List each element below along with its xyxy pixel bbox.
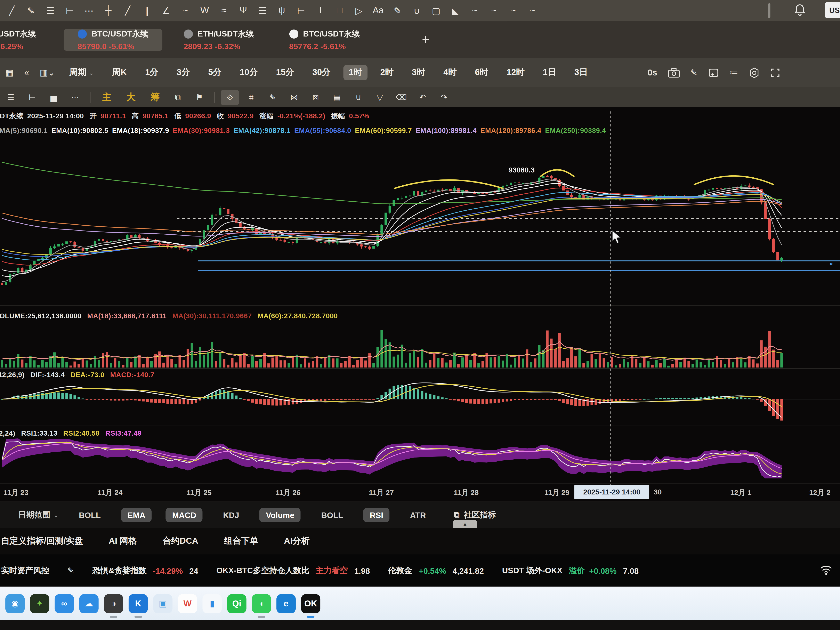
indicator-chip-rsi-6[interactable]: RSI — [363, 508, 390, 522]
timeframe-week[interactable]: 周K — [107, 65, 132, 81]
indicator-chip-volume-4[interactable]: Volume — [259, 508, 301, 522]
function-item-4[interactable]: AI分析 — [284, 535, 309, 547]
indicator-chip-macd-2[interactable]: MACD — [166, 508, 203, 522]
pitchfork2-icon[interactable]: ψ — [272, 2, 291, 19]
panel-grid-icon[interactable]: ▦ — [5, 68, 14, 78]
elliott-wave-3-icon[interactable]: ~ — [504, 2, 523, 19]
arc-tool-icon[interactable]: ∪ — [407, 2, 426, 19]
trash-icon[interactable]: ⌫ — [392, 90, 411, 105]
edit-icon[interactable]: ✎ — [690, 68, 698, 78]
wps-app-icon[interactable]: W — [178, 594, 197, 613]
lock-icon[interactable]: ⊠ — [306, 90, 325, 105]
horizontal-ray-icon[interactable]: ⊢ — [60, 2, 79, 19]
flag-icon[interactable]: ⚑ — [190, 90, 208, 105]
bars-icon[interactable]: ▅ — [44, 90, 63, 105]
ruler-icon[interactable]: ⌗ — [242, 90, 261, 105]
period-selector[interactable]: 周期 ⌄ — [64, 65, 99, 81]
note-icon[interactable]: ▤ — [328, 90, 346, 105]
fib-lines-icon[interactable]: ☰ — [253, 2, 272, 19]
toolbar-scrollbar[interactable] — [768, 3, 770, 18]
currency-selector[interactable]: USD — [825, 2, 840, 18]
risk-control-link[interactable]: 实时资产风控 — [1, 565, 49, 576]
collapse-panel-handle[interactable]: ▲ — [453, 520, 477, 528]
function-item-2[interactable]: 合约DCA — [163, 535, 198, 547]
symbol-tab-1[interactable]: ETH/USDT永续2809.23 -6.32% — [170, 29, 268, 51]
function-item-3[interactable]: 组合下单 — [224, 535, 258, 547]
symbol-tab-2[interactable]: BTC/USDT永续85776.2 -5.61% — [275, 29, 374, 51]
timeframe-3分[interactable]: 3分 — [171, 65, 195, 81]
rectangle-tool-icon[interactable]: □ — [330, 2, 349, 19]
filter-icon[interactable]: ▽ — [371, 90, 389, 105]
tab-partial-left[interactable]: USDT永续 -6.25% — [0, 21, 50, 58]
list-icon[interactable]: ≔ — [729, 68, 738, 78]
magnet-icon[interactable]: ∪ — [349, 90, 368, 105]
layer-main[interactable]: 主 — [102, 91, 111, 103]
bookmark-icon[interactable]: ⟐ — [221, 90, 239, 105]
triangle-tool-icon[interactable]: ◣ — [446, 2, 465, 19]
fullscreen-icon[interactable] — [770, 68, 780, 77]
function-item-1[interactable]: AI 网格 — [109, 535, 137, 547]
layer-chips[interactable]: 筹 — [150, 91, 159, 103]
wave-tool-icon[interactable]: ~ — [176, 2, 195, 19]
timeframe-5分[interactable]: 5分 — [203, 65, 227, 81]
cross-line-icon[interactable]: ┼ — [99, 2, 118, 19]
indicator-chip-boll-5[interactable]: BOLL — [315, 508, 349, 522]
chart-style-icon[interactable]: ▥⌄ — [39, 68, 55, 78]
fear-greed-label[interactable]: 恐惧&贪婪指数 — [93, 565, 147, 576]
parallel-channel-icon[interactable]: ∥ — [137, 2, 156, 19]
timeframe-1时[interactable]: 1时 — [343, 65, 367, 81]
indicator-chip-ema-1[interactable]: EMA — [121, 508, 152, 522]
edge-app-icon[interactable]: e — [276, 594, 296, 613]
indicator-chip-boll-0[interactable]: BOLL — [73, 508, 107, 522]
text-cursor-icon[interactable]: I — [311, 2, 330, 19]
cloud-app-icon[interactable]: ☁ — [79, 594, 99, 613]
time-axis[interactable]: 11月 2311月 2411月 2511月 2611月 2711月 2811月 … — [0, 484, 840, 501]
text-tool-icon[interactable]: Aa — [368, 2, 388, 19]
flag-tool-icon[interactable]: ▷ — [349, 2, 368, 19]
timeframe-12时[interactable]: 12时 — [501, 65, 530, 81]
timeframe-1日[interactable]: 1日 — [537, 65, 562, 81]
timeframe-30分[interactable]: 30分 — [307, 65, 336, 81]
double-top-pattern-icon[interactable]: W — [195, 2, 214, 19]
wechat-app-icon[interactable]: ◖ — [252, 594, 271, 613]
pitchfork-icon[interactable]: Ψ — [234, 2, 253, 19]
angle-tool-icon[interactable]: ∠ — [156, 2, 176, 19]
notification-bell-icon[interactable] — [794, 4, 805, 19]
timeframe-1分[interactable]: 1分 — [140, 65, 164, 81]
london-gold-label[interactable]: 伦敦金 — [388, 565, 412, 576]
menu-icon[interactable]: ☰ — [2, 90, 20, 105]
chart-area[interactable]: «93080.3 BTC/USDT永续2025-11-29 14:00 开907… — [0, 107, 840, 501]
menu-icon[interactable]: ☰ — [41, 2, 60, 19]
iqiyi-app-icon[interactable]: Qi — [227, 594, 246, 613]
compare-icon[interactable]: ⋈ — [285, 90, 303, 105]
docs-app-icon[interactable]: ▮ — [202, 594, 222, 613]
trend-line-icon[interactable]: ╱ — [2, 2, 21, 19]
elliott-wave-4-icon[interactable]: ~ — [523, 2, 542, 19]
settings-gear-icon[interactable] — [749, 67, 759, 78]
brush-tool-icon[interactable]: ✎ — [388, 2, 407, 19]
timeframe-2时[interactable]: 2时 — [375, 65, 399, 81]
replay-speed[interactable]: 0s — [647, 68, 657, 77]
undo-icon[interactable]: ↶ — [414, 90, 432, 105]
timeframe-4时[interactable]: 4时 — [438, 65, 462, 81]
timeframe-3时[interactable]: 3时 — [406, 65, 431, 81]
photos-app-icon[interactable]: ▣ — [153, 594, 172, 613]
community-indicators-button[interactable]: ⧉ 社区指标 — [454, 510, 496, 520]
camera-icon[interactable] — [668, 68, 679, 77]
camera-app-icon[interactable]: ◉ — [5, 594, 25, 613]
more-icon[interactable]: ⋯ — [66, 90, 84, 105]
date-range-selector[interactable]: 日期范围⌄ — [18, 510, 58, 520]
function-item-0[interactable]: 自定义指标/回测/实盘 — [1, 535, 83, 547]
rewind-icon[interactable]: « — [24, 68, 29, 77]
more-dots-icon[interactable]: ⋯ — [79, 2, 99, 19]
zigzag-pattern-icon[interactable]: ≈ — [214, 2, 234, 19]
pen-icon[interactable]: ✎ — [68, 566, 74, 575]
add-tab-button[interactable]: + — [422, 32, 429, 47]
elliott-wave-1-icon[interactable]: ~ — [465, 2, 484, 19]
add-pane-icon[interactable] — [708, 68, 719, 77]
redo-icon[interactable]: ↷ — [435, 90, 453, 105]
timeframe-10分[interactable]: 10分 — [234, 65, 263, 81]
quark-app-icon[interactable]: ✦ — [30, 594, 49, 613]
kuaishou-app-icon[interactable]: K — [129, 594, 148, 613]
rounded-rect-tool-icon[interactable]: ▢ — [426, 2, 446, 19]
